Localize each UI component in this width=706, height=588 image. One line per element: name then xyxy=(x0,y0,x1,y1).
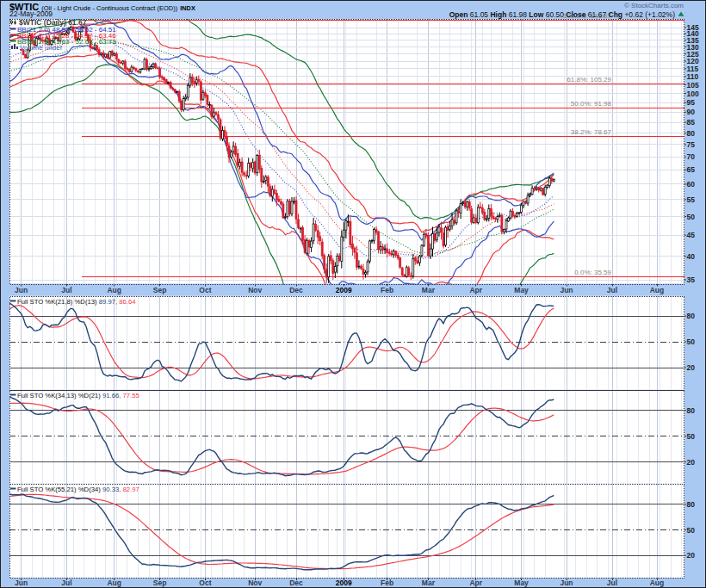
svg-text:50: 50 xyxy=(687,526,696,535)
svg-text:Sep: Sep xyxy=(153,286,167,294)
svg-text:© StockCharts.com: © StockCharts.com xyxy=(624,2,684,9)
svg-text:Apr: Apr xyxy=(469,286,482,294)
svg-text:Jun: Jun xyxy=(15,286,28,294)
svg-text:61.8%: 105.29: 61.8%: 105.29 xyxy=(567,76,611,84)
svg-text:Full STO %K(34,13) %D(21) 91.6: Full STO %K(34,13) %D(21) 91.66, 77.55 xyxy=(17,392,139,399)
svg-text:38.2%: 78.67: 38.2%: 78.67 xyxy=(571,128,612,136)
svg-text:Oct: Oct xyxy=(199,286,211,294)
svg-text:22-May-2009: 22-May-2009 xyxy=(9,9,53,18)
svg-text:Jul: Jul xyxy=(61,286,71,294)
svg-text:60: 60 xyxy=(687,180,696,189)
svg-text:65: 65 xyxy=(687,165,696,174)
svg-text:May: May xyxy=(514,286,529,294)
svg-text:20: 20 xyxy=(687,551,696,560)
svg-text:Aug: Aug xyxy=(107,286,121,294)
svg-text:70: 70 xyxy=(687,152,696,161)
svg-text:50: 50 xyxy=(687,432,696,441)
svg-text:40: 40 xyxy=(687,252,696,261)
svg-text:80: 80 xyxy=(687,406,696,415)
svg-text:100: 100 xyxy=(687,90,699,98)
svg-text:Feb: Feb xyxy=(381,286,393,294)
svg-text:45: 45 xyxy=(687,231,696,239)
svg-text:75: 75 xyxy=(687,140,696,149)
svg-text:95: 95 xyxy=(687,98,696,107)
svg-text:Full STO %K(55,21) %D(34) 90.3: Full STO %K(55,21) %D(34) 90.33, 82.97 xyxy=(17,486,139,493)
svg-text:Volume undef: Volume undef xyxy=(20,44,63,52)
svg-text:0.0%: 35.59: 0.0%: 35.59 xyxy=(574,269,611,276)
svg-text:145: 145 xyxy=(687,23,699,32)
svg-text:Mar: Mar xyxy=(422,286,436,294)
svg-text:Jun: Jun xyxy=(560,286,573,294)
svg-text:85: 85 xyxy=(687,118,696,127)
svg-text:80: 80 xyxy=(687,312,696,320)
svg-text:110: 110 xyxy=(687,72,699,81)
svg-text:Dec: Dec xyxy=(289,286,303,294)
svg-text:Full STO %K(21,8) %D(13) 89.97: Full STO %K(21,8) %D(13) 89.97, 86.64 xyxy=(17,298,136,306)
svg-text:Jul: Jul xyxy=(607,286,617,294)
svg-text:20: 20 xyxy=(687,363,696,372)
svg-text:Apr: Apr xyxy=(469,579,482,587)
svg-text:50.0%: 91.98: 50.0%: 91.98 xyxy=(571,100,612,108)
svg-text:50: 50 xyxy=(687,213,696,221)
svg-text:90: 90 xyxy=(687,108,696,116)
svg-text:35: 35 xyxy=(687,275,696,284)
svg-text:2009: 2009 xyxy=(336,286,352,294)
svg-text:80: 80 xyxy=(687,500,696,509)
svg-text:55: 55 xyxy=(687,195,696,204)
svg-text:Nov: Nov xyxy=(248,286,262,294)
svg-text:105: 105 xyxy=(687,81,699,90)
svg-text:Open 61.05 High 61.98 Low 60.5: Open 61.05 High 61.98 Low 60.50 Close 61… xyxy=(449,10,675,19)
svg-text:Aug: Aug xyxy=(650,286,665,294)
svg-text:80: 80 xyxy=(687,129,696,138)
svg-text:20: 20 xyxy=(687,458,696,467)
svg-text:50: 50 xyxy=(687,337,696,346)
svg-text:115: 115 xyxy=(687,65,699,73)
